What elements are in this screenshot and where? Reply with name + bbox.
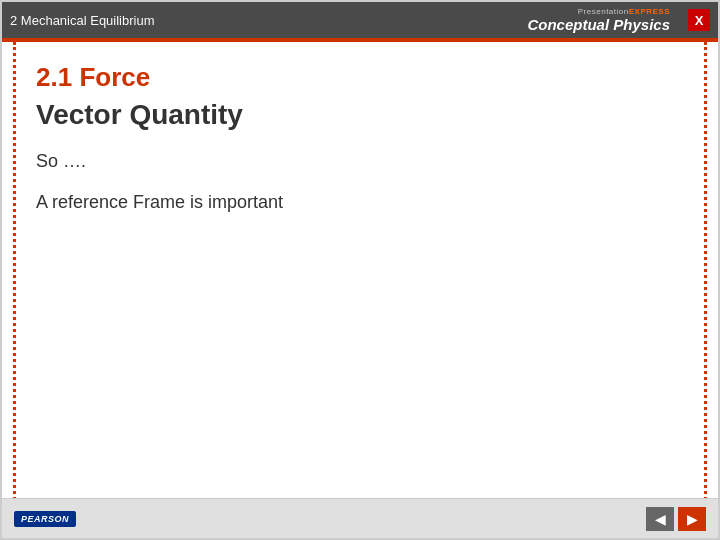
pearson-logo: PEARSON [14,511,76,527]
left-dots [2,42,16,506]
brand-top: PresentationEXPRESS [578,7,670,16]
slide-body-text1: So …. [36,151,684,172]
header-right: PresentationEXPRESS Conceptual Physics X [527,7,710,33]
center-content: 2.1 Force Vector Quantity So …. A refere… [16,42,704,506]
brand-presentation: Presentation [578,7,629,16]
slide-heading: Vector Quantity [36,99,684,131]
subtitle-number: 2.1 [36,62,79,92]
header-title: 2 Mechanical Equilibrium [10,13,155,28]
nav-forward-button[interactable]: ▶ [678,507,706,531]
content-area: 2.1 Force Vector Quantity So …. A refere… [2,42,718,506]
close-button[interactable]: X [688,9,710,31]
brand-main: Conceptual Physics [527,16,670,33]
right-dots [704,42,718,506]
header-bar: 2 Mechanical Equilibrium PresentationEXP… [2,2,718,38]
brand-area: PresentationEXPRESS Conceptual Physics [527,7,670,33]
nav-back-button[interactable]: ◀ [646,507,674,531]
brand-express: EXPRESS [629,7,670,16]
slide-body-text2: A reference Frame is important [36,192,684,213]
slide-subtitle: 2.1 Force [36,62,684,93]
slide-container: 2 Mechanical Equilibrium PresentationEXP… [0,0,720,540]
footer-bar: PEARSON ◀ ▶ [2,498,718,538]
subtitle-word: Force [79,62,150,92]
nav-buttons: ◀ ▶ [646,507,706,531]
